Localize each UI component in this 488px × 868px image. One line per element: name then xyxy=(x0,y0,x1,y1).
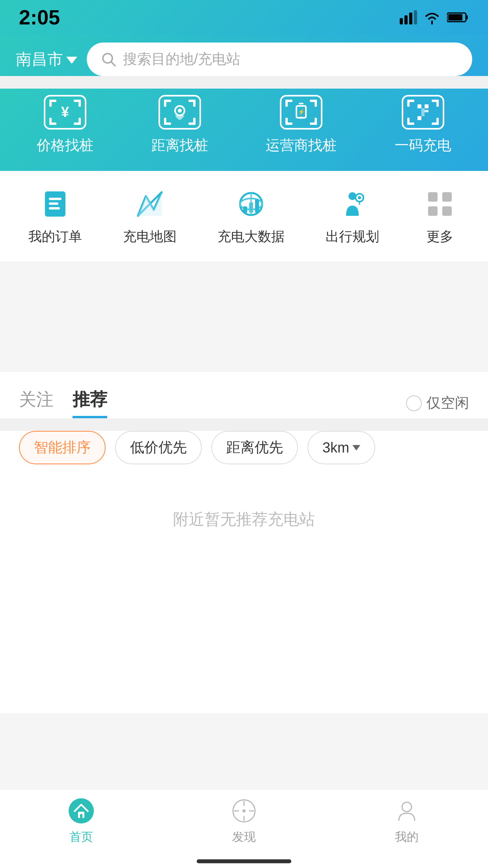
svg-rect-2 xyxy=(409,13,412,24)
search-bar[interactable]: 搜索目的地/充电站 xyxy=(87,43,472,76)
filter-chips: 智能排序 低价优先 距离优先 3km xyxy=(0,431,488,477)
bottom-nav-home[interactable]: 首页 xyxy=(67,797,95,845)
home-icon xyxy=(67,797,95,825)
navigation-icon xyxy=(333,187,372,221)
bottom-nav-discover[interactable]: 发现 xyxy=(230,797,258,845)
header: 南昌市 搜索目的地/充电站 xyxy=(0,35,488,76)
nav-item-plan[interactable]: 出行规划 xyxy=(326,187,379,246)
svg-rect-51 xyxy=(49,198,61,200)
svg-rect-22 xyxy=(193,100,196,107)
svg-rect-39 xyxy=(417,116,421,120)
orders-label: 我的订单 xyxy=(28,228,82,246)
svg-rect-68 xyxy=(428,192,438,202)
svg-point-76 xyxy=(242,809,246,812)
tab-recommend[interactable]: 推荐 xyxy=(73,388,107,418)
qrcode-label: 一码充电 xyxy=(395,136,451,155)
plan-label: 出行规划 xyxy=(326,228,379,246)
svg-line-7 xyxy=(111,62,115,66)
svg-point-18 xyxy=(178,109,182,113)
compass-icon xyxy=(230,797,258,825)
signal-icon xyxy=(400,10,417,24)
tabs-header: 关注 推荐 仅空闲 xyxy=(19,388,469,418)
only-idle-toggle[interactable]: 仅空闲 xyxy=(406,393,469,413)
idle-label: 仅空闲 xyxy=(427,393,469,413)
svg-rect-45 xyxy=(436,100,439,107)
idle-radio[interactable] xyxy=(406,395,422,411)
bottom-nav-mine[interactable]: 我的 xyxy=(393,797,421,845)
svg-rect-3 xyxy=(414,10,417,24)
svg-rect-10 xyxy=(49,100,52,107)
grid-icon xyxy=(420,187,460,221)
svg-rect-12 xyxy=(78,100,81,107)
status-time: 2:05 xyxy=(19,6,60,29)
svg-rect-5 xyxy=(448,14,462,20)
person-icon xyxy=(393,797,421,825)
quick-action-distance[interactable]: 距离找桩 xyxy=(151,95,208,155)
svg-text:¥: ¥ xyxy=(61,104,69,120)
discover-label: 发现 xyxy=(232,829,256,845)
quick-action-price[interactable]: ¥ 价格找桩 xyxy=(37,95,93,155)
empty-text: 附近暂无推荐充电站 xyxy=(173,510,315,528)
svg-rect-36 xyxy=(315,118,317,125)
tab-follow[interactable]: 关注 xyxy=(19,388,54,418)
svg-rect-63 xyxy=(249,202,253,213)
svg-rect-53 xyxy=(49,207,60,210)
chart-icon xyxy=(231,187,271,221)
svg-rect-0 xyxy=(400,18,403,24)
svg-rect-70 xyxy=(428,206,438,216)
city-selector[interactable]: 南昌市 xyxy=(16,48,77,70)
header-top: 南昌市 搜索目的地/充电站 xyxy=(16,43,472,76)
data-label: 充电大数据 xyxy=(218,228,285,246)
quick-action-qrcode[interactable]: 一码充电 xyxy=(395,95,451,155)
chip-arrow-icon xyxy=(352,445,360,451)
svg-rect-69 xyxy=(442,192,452,202)
svg-rect-49 xyxy=(436,118,439,125)
map-label: 充电地图 xyxy=(123,228,177,246)
nav-item-map[interactable]: 充电地图 xyxy=(123,187,177,246)
svg-rect-41 xyxy=(425,110,428,112)
svg-text:⚡: ⚡ xyxy=(298,109,305,115)
battery-icon xyxy=(447,11,469,23)
chip-lowprice[interactable]: 低价优先 xyxy=(115,431,202,464)
svg-rect-26 xyxy=(193,118,196,125)
nav-item-orders[interactable]: 我的订单 xyxy=(28,187,82,246)
svg-rect-34 xyxy=(285,118,288,125)
chip-range[interactable]: 3km xyxy=(307,431,375,464)
price-label: 价格找桩 xyxy=(37,136,93,155)
empty-state: 附近暂无推荐充电站 xyxy=(0,477,488,713)
svg-rect-37 xyxy=(417,104,421,108)
svg-rect-74 xyxy=(80,814,82,818)
status-bar: 2:05 xyxy=(0,0,488,35)
wifi-icon xyxy=(423,10,441,24)
svg-rect-1 xyxy=(404,15,408,24)
search-icon xyxy=(101,52,117,67)
svg-rect-24 xyxy=(164,118,166,125)
quick-actions: ¥ 价格找桩 xyxy=(0,89,488,171)
svg-point-67 xyxy=(358,196,361,199)
svg-rect-38 xyxy=(425,104,428,108)
nav-item-data[interactable]: 充电大数据 xyxy=(218,187,285,246)
distance-scan-icon xyxy=(158,95,201,130)
chip-smart[interactable]: 智能排序 xyxy=(19,431,106,464)
svg-rect-71 xyxy=(442,206,452,216)
more-label: 更多 xyxy=(427,228,453,246)
svg-rect-16 xyxy=(78,118,81,125)
svg-rect-30 xyxy=(285,100,288,107)
svg-rect-43 xyxy=(407,100,410,107)
svg-rect-52 xyxy=(49,202,58,205)
svg-rect-40 xyxy=(421,108,425,116)
svg-rect-62 xyxy=(243,206,247,213)
quick-action-operator[interactable]: ⚡ 运营商找桩 xyxy=(266,95,337,155)
svg-rect-64 xyxy=(255,199,259,213)
tabs-section: 关注 推荐 仅空闲 xyxy=(0,372,488,418)
tabs-left: 关注 推荐 xyxy=(19,388,107,418)
nav-item-more[interactable]: 更多 xyxy=(420,187,460,246)
svg-point-72 xyxy=(69,798,94,823)
mine-label: 我的 xyxy=(395,829,419,845)
operator-scan-icon: ⚡ xyxy=(280,95,322,130)
svg-point-81 xyxy=(402,802,412,812)
home-label: 首页 xyxy=(69,829,93,845)
svg-rect-32 xyxy=(315,100,317,107)
chip-distance[interactable]: 距离优先 xyxy=(211,431,298,464)
map-icon xyxy=(130,187,169,221)
